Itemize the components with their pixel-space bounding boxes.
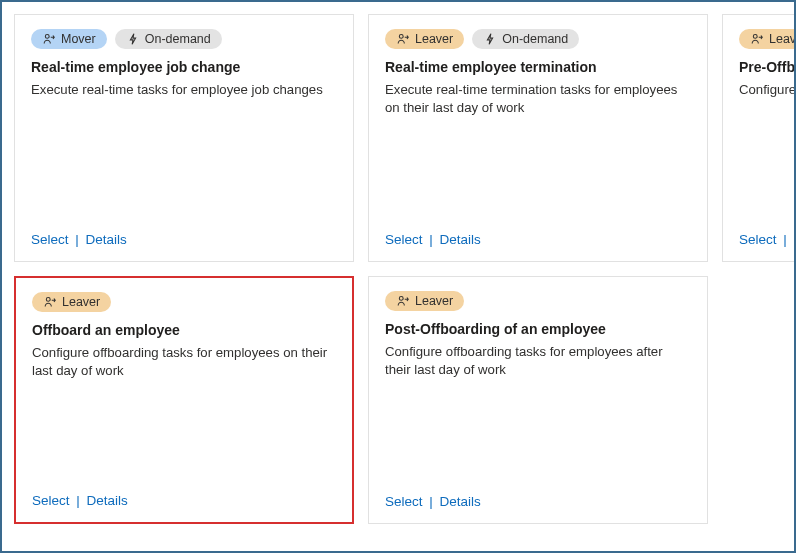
card-description: Configure offboarding tasks for employee… [385, 343, 691, 380]
leaver-badge: Leaver [385, 29, 464, 49]
workflow-card-job-change: Mover On-demand Real-time employee job c… [14, 14, 354, 262]
card-footer: Select | Details [739, 232, 796, 247]
separator: | [429, 494, 433, 509]
separator: | [76, 493, 80, 508]
person-arrow-icon [396, 32, 410, 46]
leaver-badge: Leaver [32, 292, 111, 312]
svg-point-3 [46, 297, 50, 301]
ondemand-badge: On-demand [115, 29, 222, 49]
person-arrow-icon [42, 32, 56, 46]
lightning-icon [126, 32, 140, 46]
badge-label: Leaver [415, 32, 453, 46]
badge-row: Leaver [385, 291, 691, 311]
svg-point-4 [399, 296, 403, 300]
details-link[interactable]: Details [87, 493, 128, 508]
badge-row: Mover On-demand [31, 29, 337, 49]
leaver-badge: Leaver [739, 29, 796, 49]
badge-row: Leaver [32, 292, 336, 312]
details-link[interactable]: Details [440, 232, 481, 247]
card-description: Execute real-time tasks for employee job… [31, 81, 337, 99]
badge-label: Leaver [769, 32, 796, 46]
workflow-card-termination: Leaver On-demand Real-time employee term… [368, 14, 708, 262]
select-link[interactable]: Select [385, 232, 423, 247]
card-footer: Select | Details [32, 493, 336, 508]
card-description: Execute real-time termination tasks for … [385, 81, 691, 118]
person-arrow-icon [750, 32, 764, 46]
svg-point-2 [753, 34, 757, 38]
card-description: Configure pre offboarding tasks before t… [739, 81, 796, 99]
card-title: Pre-Offboard [739, 59, 796, 75]
workflow-card-offboard: Leaver Offboard an employee Configure of… [14, 276, 354, 524]
card-grid: Mover On-demand Real-time employee job c… [14, 14, 782, 524]
card-title: Real-time employee termination [385, 59, 691, 75]
separator: | [75, 232, 79, 247]
card-footer: Select | Details [385, 232, 691, 247]
badge-label: Leaver [62, 295, 100, 309]
badge-row: Leaver [739, 29, 796, 49]
separator: | [429, 232, 433, 247]
select-link[interactable]: Select [385, 494, 423, 509]
svg-point-0 [45, 34, 49, 38]
workflow-card-pre-offboard: Leaver Pre-Offboard Configure pre offboa… [722, 14, 796, 262]
badge-label: Mover [61, 32, 96, 46]
person-arrow-icon [43, 295, 57, 309]
card-title: Post-Offboarding of an employee [385, 321, 691, 337]
badge-label: On-demand [145, 32, 211, 46]
details-link[interactable]: Details [440, 494, 481, 509]
svg-point-1 [399, 34, 403, 38]
ondemand-badge: On-demand [472, 29, 579, 49]
mover-badge: Mover [31, 29, 107, 49]
card-title: Real-time employee job change [31, 59, 337, 75]
badge-label: Leaver [415, 294, 453, 308]
card-footer: Select | Details [31, 232, 337, 247]
select-link[interactable]: Select [739, 232, 777, 247]
card-title: Offboard an employee [32, 322, 336, 338]
person-arrow-icon [396, 294, 410, 308]
badge-label: On-demand [502, 32, 568, 46]
card-description: Configure offboarding tasks for employee… [32, 344, 336, 381]
leaver-badge: Leaver [385, 291, 464, 311]
badge-row: Leaver On-demand [385, 29, 691, 49]
details-link[interactable]: Details [86, 232, 127, 247]
select-link[interactable]: Select [32, 493, 70, 508]
select-link[interactable]: Select [31, 232, 69, 247]
lightning-icon [483, 32, 497, 46]
separator: | [783, 232, 787, 247]
workflow-card-post-offboard: Leaver Post-Offboarding of an employee C… [368, 276, 708, 524]
card-footer: Select | Details [385, 494, 691, 509]
